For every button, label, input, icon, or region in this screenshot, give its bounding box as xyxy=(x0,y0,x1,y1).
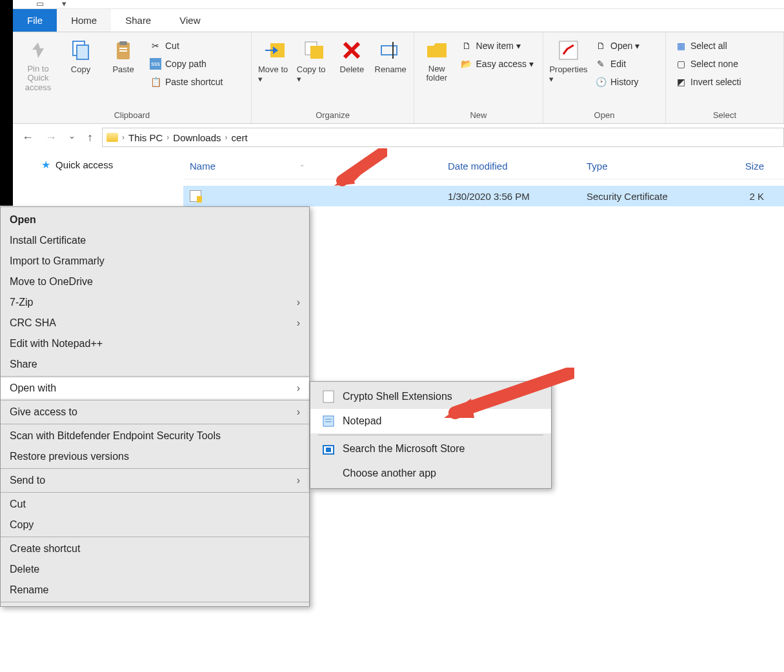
ctx-install-certificate[interactable]: Install Certificate xyxy=(1,230,309,251)
file-row-selected[interactable]: 1/30/2020 3:56 PM Security Certificate 2… xyxy=(183,186,784,206)
sub-choose-another[interactable]: Choose another app xyxy=(310,461,551,486)
invert-icon: ◩ xyxy=(675,76,687,88)
ctx-give-access[interactable]: Give access to› xyxy=(1,402,309,422)
context-menu: Open Install Certificate Import to Gramm… xyxy=(0,206,310,607)
move-to-button[interactable]: Move to ▾ xyxy=(258,35,292,84)
copy-path-label: Copy path xyxy=(165,59,206,69)
copy-to-button[interactable]: Copy to ▾ xyxy=(297,35,330,84)
ctx-restore-previous[interactable]: Restore previous versions xyxy=(1,446,309,467)
open-label: Open ▾ xyxy=(610,41,639,51)
ctx-open-with[interactable]: Open with› xyxy=(1,378,309,399)
group-open-label: Open xyxy=(550,108,659,123)
sub-choose-label: Choose another app xyxy=(343,468,436,479)
open-button[interactable]: 🗋Open ▾ xyxy=(592,39,642,53)
group-select-label: Select xyxy=(672,108,777,123)
nav-forward-button[interactable]: → xyxy=(45,131,57,144)
file-date: 1/30/2020 3:56 PM xyxy=(441,191,580,202)
nav-quick-access-label: Quick access xyxy=(55,159,113,170)
properties-button[interactable]: Properties▾ xyxy=(550,35,587,84)
ctx-move-onedrive[interactable]: Move to OneDrive xyxy=(1,272,309,292)
copy-button[interactable]: Copy xyxy=(62,35,99,74)
rename-icon xyxy=(379,39,402,62)
column-header-size[interactable]: Size xyxy=(699,161,770,172)
breadcrumb-this-pc[interactable]: This PC xyxy=(128,132,163,143)
tab-view[interactable]: View xyxy=(165,9,214,32)
column-header-type[interactable]: Type xyxy=(580,161,699,172)
paste-button[interactable]: Paste xyxy=(105,35,142,74)
rename-button[interactable]: Rename xyxy=(374,35,407,74)
paste-label: Paste xyxy=(112,64,134,74)
breadcrumb-cert[interactable]: cert xyxy=(232,132,248,143)
sort-caret-icon: ⌃ xyxy=(299,164,305,171)
select-all-icon: ▦ xyxy=(675,40,687,52)
breadcrumb-downloads[interactable]: Downloads xyxy=(173,132,221,143)
ctx-send-to[interactable]: Send to› xyxy=(1,470,309,491)
copy-to-label: Copy to ▾ xyxy=(297,64,330,84)
tab-file[interactable]: File xyxy=(13,9,57,32)
group-organize-label: Organize xyxy=(258,108,407,123)
copy-path-button[interactable]: sssCopy path xyxy=(147,57,226,71)
column-header-name[interactable]: Name⌃ xyxy=(183,161,441,172)
window-left-edge xyxy=(0,0,13,206)
star-icon: ★ xyxy=(41,159,50,171)
invert-selection-button[interactable]: ◩Invert selecti xyxy=(672,75,744,89)
ctx-share[interactable]: Share xyxy=(1,354,309,375)
ctx-edit-notepadpp[interactable]: Edit with Notepad++ xyxy=(1,333,309,354)
delete-button[interactable]: Delete xyxy=(336,35,369,74)
sub-search-store[interactable]: Search the Microsoft Store xyxy=(310,437,551,461)
ctx-crc-sha[interactable]: CRC SHA› xyxy=(1,313,309,333)
select-none-button[interactable]: ▢Select none xyxy=(672,57,744,71)
address-bar-row: ← → ⌄ ↑ › This PC › Downloads › cert xyxy=(13,124,784,151)
qat-icon-2[interactable]: ▾ xyxy=(62,0,66,8)
svg-rect-1 xyxy=(77,45,88,59)
ctx-open[interactable]: Open xyxy=(1,210,309,230)
address-bar[interactable]: › This PC › Downloads › cert xyxy=(102,128,784,147)
ctx-scan-bitdefender[interactable]: Scan with Bitdefender Endpoint Security … xyxy=(1,426,309,446)
svg-rect-11 xyxy=(559,41,578,59)
new-folder-label: New folder xyxy=(421,64,453,83)
svg-rect-3 xyxy=(119,41,127,45)
pin-to-quick-access-button[interactable]: Pin to Quick access xyxy=(19,35,57,92)
column-header-date[interactable]: Date modified xyxy=(441,161,580,172)
sub-notepad[interactable]: Notepad xyxy=(310,409,551,433)
select-all-button[interactable]: ▦Select all xyxy=(672,39,744,53)
nav-back-button[interactable]: ← xyxy=(22,131,34,144)
sub-store-label: Search the Microsoft Store xyxy=(343,443,465,455)
ctx-copy[interactable]: Copy xyxy=(1,515,309,535)
svg-rect-4 xyxy=(119,48,127,49)
ctx-rename[interactable]: Rename xyxy=(1,580,309,600)
ctx-import-grammarly[interactable]: Import to Grammarly xyxy=(1,251,309,272)
edit-button[interactable]: ✎Edit xyxy=(592,57,642,71)
history-button[interactable]: 🕑History xyxy=(592,75,642,89)
cut-button[interactable]: ✂Cut xyxy=(147,39,226,53)
tab-home[interactable]: Home xyxy=(57,9,111,32)
ctx-create-shortcut[interactable]: Create shortcut xyxy=(1,539,309,559)
ctx-separator xyxy=(1,424,309,424)
column-headers: Name⌃ Date modified Type Size xyxy=(183,153,784,179)
nav-up-button[interactable]: ↑ xyxy=(87,131,93,144)
svg-rect-8 xyxy=(310,46,323,59)
rename-label: Rename xyxy=(375,64,407,74)
ctx-separator xyxy=(1,537,309,537)
copy-label: Copy xyxy=(71,64,90,74)
ribbon-tabs: File Home Share View xyxy=(13,9,784,32)
ctx-separator xyxy=(1,602,309,602)
tab-share[interactable]: Share xyxy=(111,9,165,32)
ribbon: Pin to Quick access Copy Paste ✂Cut sssC… xyxy=(13,32,784,124)
svg-rect-13 xyxy=(323,416,334,426)
easy-access-icon: 📂 xyxy=(461,58,472,70)
blank-icon xyxy=(322,467,335,480)
paste-shortcut-button[interactable]: 📋Paste shortcut xyxy=(147,75,226,89)
nav-quick-access[interactable]: ★ Quick access xyxy=(13,155,181,175)
qat-icon-1[interactable]: ▭ xyxy=(36,0,44,8)
history-icon: 🕑 xyxy=(595,76,607,88)
sub-crypto-shell[interactable]: Crypto Shell Extensions xyxy=(310,384,551,409)
ctx-cut[interactable]: Cut xyxy=(1,494,309,515)
ctx-7zip[interactable]: 7-Zip› xyxy=(1,292,309,313)
chevron-right-icon: › xyxy=(166,133,169,142)
easy-access-button[interactable]: 📂Easy access ▾ xyxy=(458,57,536,71)
new-folder-button[interactable]: New folder xyxy=(421,35,453,83)
ctx-delete[interactable]: Delete xyxy=(1,559,309,580)
nav-recent-button[interactable]: ⌄ xyxy=(68,131,75,144)
new-item-button[interactable]: 🗋New item ▾ xyxy=(458,39,536,53)
